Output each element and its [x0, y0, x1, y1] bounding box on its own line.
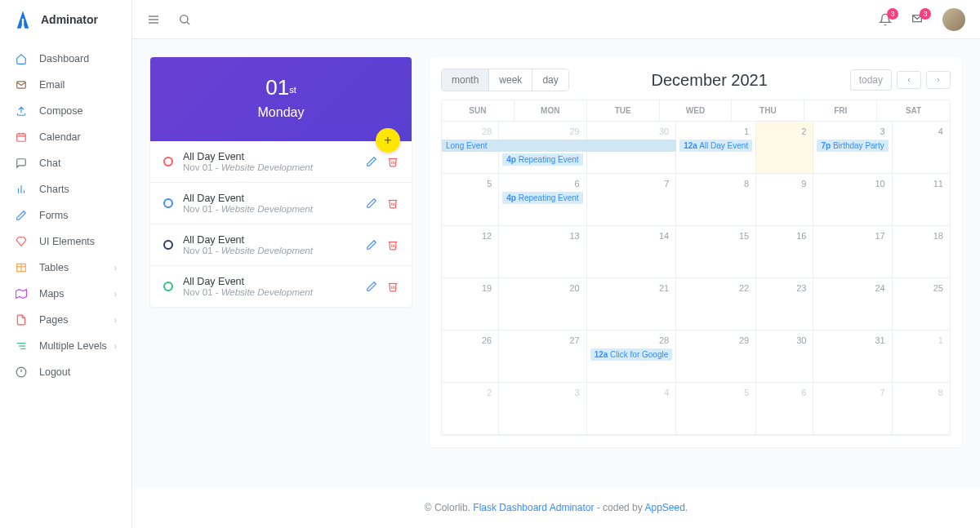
- calendar-body: 28Long Event29 4p Repeating Event30 112a…: [442, 122, 950, 435]
- delete-event-button[interactable]: [387, 156, 399, 167]
- calendar-event[interactable]: 4p Repeating Event: [502, 153, 582, 166]
- calendar-event[interactable]: 12a All Day Event: [679, 140, 752, 152]
- calendar-cell[interactable]: 8: [893, 383, 950, 435]
- calendar-cell[interactable]: 1: [893, 331, 950, 383]
- edit-event-button[interactable]: [366, 156, 377, 167]
- event-subtitle: Nov 01 - Website Development: [183, 287, 366, 297]
- cell-date: 26: [445, 334, 495, 347]
- calendar-cell[interactable]: 15: [676, 226, 756, 278]
- messages-icon[interactable]: 3: [910, 13, 924, 26]
- prev-button[interactable]: [897, 71, 921, 89]
- search-icon[interactable]: [178, 13, 191, 26]
- edit-event-button[interactable]: [366, 197, 377, 209]
- calendar-cell[interactable]: 29: [676, 331, 756, 383]
- calendar-cell[interactable]: 26: [442, 331, 499, 383]
- calendar-cell[interactable]: 64p Repeating Event: [499, 174, 586, 226]
- calendar-cell[interactable]: 10: [813, 174, 892, 226]
- calendar-cell[interactable]: 29 4p Repeating Event: [499, 122, 586, 174]
- event-dot-icon: [163, 282, 173, 291]
- calendar-cell[interactable]: 22: [676, 278, 756, 331]
- cell-date: 8: [679, 177, 752, 190]
- calendar-cell[interactable]: 2: [442, 383, 499, 435]
- sidebar-item-maps[interactable]: Maps›: [0, 281, 131, 307]
- calendar-cell[interactable]: 25: [893, 278, 950, 331]
- sidebar-item-tables[interactable]: Tables›: [0, 255, 131, 281]
- calendar-cell[interactable]: 11: [893, 174, 950, 226]
- calendar-cell[interactable]: 27: [499, 331, 586, 383]
- view-day-button[interactable]: day: [532, 69, 568, 91]
- calendar-cell[interactable]: 37p Birthday Party: [813, 122, 892, 174]
- footer-link-dashboard[interactable]: Flask Dashboard Adminator: [473, 502, 594, 513]
- sidebar-item-calendar[interactable]: Calendar: [0, 124, 131, 150]
- calendar-event[interactable]: 4p Repeating Event: [502, 192, 582, 204]
- event-title: All Day Event: [183, 193, 366, 204]
- avatar[interactable]: [942, 8, 965, 31]
- menu-toggle-icon[interactable]: [147, 13, 160, 26]
- delete-event-button[interactable]: [387, 281, 399, 292]
- calendar-cell[interactable]: 31: [813, 331, 892, 383]
- logo[interactable]: Adminator: [0, 0, 131, 39]
- calendar-cell[interactable]: 12: [442, 226, 499, 278]
- sidebar-item-charts[interactable]: Charts: [0, 176, 131, 202]
- calendar-cell[interactable]: 28Long Event: [442, 122, 499, 174]
- add-event-button[interactable]: +: [376, 128, 400, 153]
- today-button[interactable]: today: [850, 69, 892, 91]
- calendar-cell[interactable]: 2: [756, 122, 813, 174]
- sidebar-item-forms[interactable]: Forms: [0, 202, 131, 229]
- calendar-cell[interactable]: 19: [442, 278, 499, 331]
- calendar-cell[interactable]: 24: [813, 278, 892, 331]
- cell-date: 30: [590, 125, 673, 138]
- calendar-cell[interactable]: 8: [676, 174, 756, 226]
- calendar-cell[interactable]: 23: [756, 278, 813, 331]
- calendar-cell[interactable]: 4: [587, 383, 677, 435]
- calendar-cell[interactable]: 5: [442, 174, 499, 226]
- calendar-cell[interactable]: 17: [813, 226, 892, 278]
- calendar-cell[interactable]: 18: [893, 226, 950, 278]
- calendar-cell[interactable]: 6: [756, 383, 813, 435]
- sidebar-item-ui-elements[interactable]: UI Elements: [0, 229, 131, 255]
- calendar-cell[interactable]: 20: [499, 278, 586, 331]
- calendar-cell[interactable]: 5: [676, 383, 756, 435]
- calendar-cell[interactable]: 16: [756, 226, 813, 278]
- view-month-button[interactable]: month: [442, 69, 489, 91]
- edit-event-button[interactable]: [366, 281, 377, 292]
- sidebar-nav: DashboardEmailComposeCalendarChatChartsF…: [0, 39, 131, 392]
- sidebar-item-logout[interactable]: Logout: [0, 359, 131, 385]
- sidebar-item-compose[interactable]: Compose: [0, 98, 131, 124]
- sidebar-item-email[interactable]: Email: [0, 72, 131, 98]
- next-button[interactable]: [926, 71, 951, 89]
- cell-date: 18: [896, 229, 947, 242]
- calendar-cell[interactable]: 112a All Day Event: [676, 122, 756, 174]
- calendar-cell[interactable]: 7: [587, 174, 677, 226]
- sidebar-item-pages[interactable]: Pages›: [0, 307, 131, 333]
- calendar-cell[interactable]: 21: [587, 278, 677, 331]
- calendar-cell[interactable]: 3: [499, 383, 586, 435]
- sidebar-item-multiple-levels[interactable]: Multiple Levels›: [0, 333, 131, 359]
- cell-date: 25: [896, 282, 947, 295]
- delete-event-button[interactable]: [387, 197, 399, 209]
- calendar-cell[interactable]: 7: [813, 383, 892, 435]
- logout-icon: [15, 366, 28, 378]
- notifications-icon[interactable]: 3: [879, 13, 892, 26]
- calendar-cell[interactable]: 30: [756, 331, 813, 383]
- calendar-cell[interactable]: 9: [756, 174, 813, 226]
- view-week-button[interactable]: week: [489, 69, 532, 91]
- calendar-cell[interactable]: 4: [893, 122, 950, 174]
- calendar-event[interactable]: 7p Birthday Party: [817, 140, 888, 152]
- calendar-event[interactable]: [586, 140, 677, 152]
- calendar-cell[interactable]: 13: [499, 226, 586, 278]
- event-title: All Day Event: [183, 151, 366, 162]
- footer-link-appseed[interactable]: AppSeed: [644, 502, 684, 513]
- sidebar-item-dashboard[interactable]: Dashboard: [0, 46, 131, 72]
- cell-date: 12: [445, 229, 495, 242]
- calendar-cell[interactable]: 2812a Click for Google: [587, 331, 677, 383]
- calendar-event[interactable]: Long Event: [442, 140, 498, 152]
- delete-event-button[interactable]: [387, 239, 399, 251]
- edit-event-button[interactable]: [366, 239, 377, 251]
- calendar-cell[interactable]: 30: [587, 122, 677, 174]
- sidebar-item-chat[interactable]: Chat: [0, 150, 131, 176]
- calendar-event[interactable]: 12a Click for Google: [590, 348, 673, 361]
- calendar-event[interactable]: [498, 140, 586, 152]
- calendar-cell[interactable]: 14: [587, 226, 677, 278]
- cell-date: 2: [445, 386, 495, 399]
